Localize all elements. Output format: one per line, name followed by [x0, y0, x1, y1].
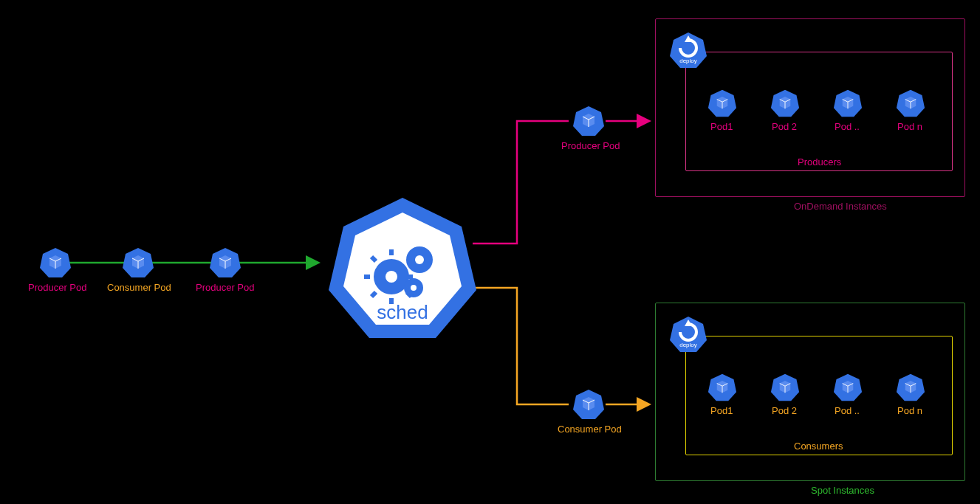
scheduler-icon: sched — [325, 192, 480, 347]
svg-text:deploy: deploy — [679, 58, 697, 64]
top-pod-4 — [896, 89, 925, 121]
branch-top-pod — [572, 105, 605, 140]
k8s-hex-icon — [572, 388, 605, 421]
branch-bottom-pod — [572, 388, 605, 424]
branch-bottom-label: Consumer Pod — [558, 424, 622, 435]
svg-line-25 — [407, 292, 411, 297]
top-pod-4-label: Pod n — [897, 121, 922, 132]
svg-point-17 — [415, 255, 424, 264]
top-pod-3 — [833, 89, 863, 121]
svg-text:deploy: deploy — [679, 342, 697, 348]
bottom-pod-3-label: Pod .. — [835, 405, 860, 416]
deploy-icon: deploy — [668, 31, 708, 71]
k8s-hex-icon — [707, 373, 737, 402]
k8s-hex-icon — [896, 89, 925, 118]
deploy-icon: deploy — [668, 315, 708, 355]
spot-outer-label: Spot Instances — [811, 485, 874, 496]
branch-top-label: Producer Pod — [561, 140, 620, 151]
top-pod-1-label: Pod1 — [710, 121, 733, 132]
k8s-hex-icon — [896, 373, 925, 402]
top-pod-1 — [707, 89, 737, 121]
left-pod-3 — [209, 246, 241, 282]
k8s-hex-icon — [209, 246, 241, 279]
k8s-hex-icon — [707, 89, 737, 118]
deploy-badge-bottom: deploy — [668, 315, 708, 358]
bottom-pod-1-label: Pod1 — [710, 405, 733, 416]
top-pod-3-label: Pod .. — [835, 121, 860, 132]
svg-point-15 — [386, 271, 397, 283]
svg-point-19 — [411, 285, 417, 291]
svg-line-24 — [371, 257, 376, 261]
k8s-hex-icon — [572, 105, 605, 137]
scheduler-label: sched — [377, 301, 428, 323]
left-pod-3-label: Producer Pod — [196, 282, 255, 293]
k8s-hex-icon — [833, 373, 863, 402]
producers-inner-label: Producers — [798, 156, 841, 168]
diagram-stage: Producer Pod Consumer Pod Producer Pod — [0, 0, 980, 504]
k8s-hex-icon — [770, 373, 800, 402]
left-pod-1 — [39, 246, 72, 282]
k8s-hex-icon — [122, 246, 154, 279]
bottom-pod-3 — [833, 373, 863, 405]
top-pod-2 — [770, 89, 800, 121]
bottom-pod-4 — [896, 373, 925, 405]
bottom-pod-4-label: Pod n — [897, 405, 922, 416]
left-pod-2 — [122, 246, 154, 282]
deploy-badge-top: deploy — [668, 31, 708, 74]
bottom-pod-1 — [707, 373, 737, 405]
k8s-hex-icon — [39, 246, 72, 279]
left-pod-2-label: Consumer Pod — [107, 282, 171, 293]
consumers-inner-label: Consumers — [794, 441, 843, 452]
svg-line-26 — [371, 292, 376, 297]
ondemand-outer-label: OnDemand Instances — [794, 201, 887, 212]
top-pod-2-label: Pod 2 — [772, 121, 797, 132]
bottom-pod-2-label: Pod 2 — [772, 405, 797, 416]
scheduler-node: sched — [325, 192, 480, 350]
k8s-hex-icon — [770, 89, 800, 118]
left-pod-1-label: Producer Pod — [28, 282, 87, 293]
k8s-hex-icon — [833, 89, 863, 118]
bottom-pod-2 — [770, 373, 800, 405]
